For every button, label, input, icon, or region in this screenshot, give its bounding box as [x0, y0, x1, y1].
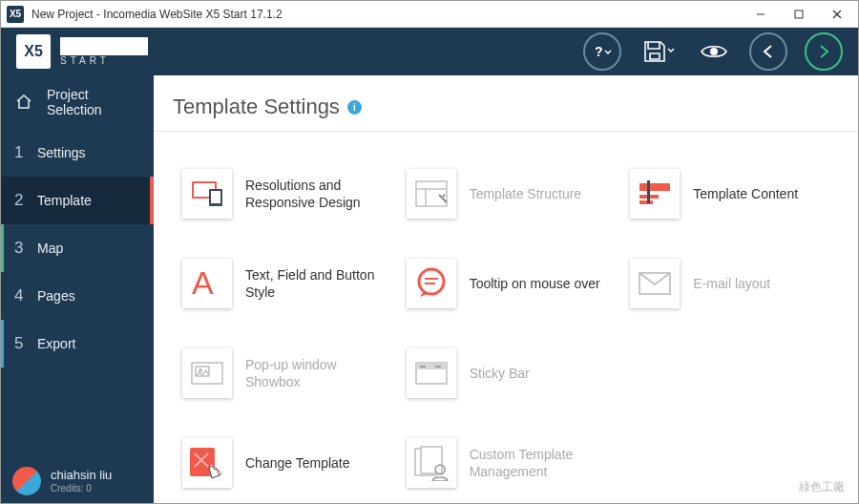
svg-rect-13: [639, 183, 670, 191]
sidebar-item-label: Map: [37, 241, 63, 256]
next-button[interactable]: [805, 32, 843, 71]
app-header: X5 WebSite X5 START ?: [1, 28, 858, 75]
maximize-button[interactable]: [780, 1, 818, 28]
preview-button[interactable]: [696, 38, 732, 65]
change-template-icon: [182, 438, 232, 488]
step-number: 4: [14, 286, 37, 305]
home-icon: [14, 92, 33, 114]
svg-rect-9: [211, 191, 220, 203]
step-number: 1: [14, 143, 37, 162]
card-tooltip[interactable]: Tooltip on mouse over: [407, 250, 616, 317]
card-change[interactable]: Change Template: [182, 430, 391, 496]
brand-name: WebSite X5: [60, 37, 148, 55]
main-panel: Template Settings i Resolutions and Resp…: [154, 75, 858, 503]
structure-icon: [407, 169, 456, 219]
user-name: chiahsin liu: [51, 469, 112, 482]
step-number: 3: [14, 239, 37, 258]
brand-edition: START: [60, 55, 148, 66]
card-label: Pop-up window Showbox: [245, 356, 379, 390]
content-icon: [630, 169, 680, 219]
sidebar-item-project-selection[interactable]: ProjectSelection: [1, 75, 154, 129]
svg-point-18: [419, 269, 444, 294]
svg-rect-10: [416, 181, 447, 206]
card-popup[interactable]: Pop-up window Showbox: [182, 340, 391, 407]
svg-rect-16: [647, 180, 650, 203]
card-label: Text, Field and Button Style: [245, 266, 379, 301]
app-icon: X5: [7, 6, 24, 23]
sidebar-item-label: Template: [37, 193, 92, 208]
save-button[interactable]: [639, 35, 679, 68]
card-content[interactable]: Template Content: [630, 160, 839, 227]
svg-rect-15: [639, 200, 653, 204]
step-number: 2: [14, 191, 37, 210]
custom-template-icon: [407, 438, 456, 488]
svg-text:A: A: [192, 265, 214, 301]
card-textstyle[interactable]: A Text, Field and Button Style: [182, 250, 391, 317]
card-label: Template Content: [693, 185, 798, 202]
sidebar-item-pages[interactable]: 4 Pages: [1, 272, 154, 320]
svg-rect-1: [795, 10, 803, 18]
close-button[interactable]: [818, 1, 856, 28]
help-button[interactable]: ?: [583, 32, 621, 71]
card-label: Sticky Bar: [470, 365, 530, 382]
sidebar-item-settings[interactable]: 1 Settings: [1, 129, 154, 177]
card-sticky[interactable]: Sticky Bar: [407, 340, 616, 407]
card-email[interactable]: E-mail layout: [630, 250, 839, 317]
svg-rect-31: [421, 447, 442, 473]
settings-grid: Resolutions and Responsive Design Templa…: [154, 132, 858, 503]
page-title: Template Settings: [173, 94, 340, 119]
sticky-icon: [407, 348, 456, 398]
back-button[interactable]: [749, 32, 787, 71]
titlebar: X5 New Project - Incomedia WebSite X5 St…: [1, 1, 858, 28]
sidebar-item-label: ProjectSelection: [47, 87, 102, 117]
info-icon[interactable]: i: [347, 100, 362, 115]
card-label: Template Structure: [470, 185, 582, 202]
step-number: 5: [14, 334, 37, 353]
tooltip-icon: [407, 259, 456, 308]
user-credits: Credits: 0: [51, 483, 112, 494]
sidebar-item-export[interactable]: 5 Export: [1, 320, 154, 368]
svg-text:?: ?: [595, 44, 603, 59]
card-resolutions[interactable]: Resolutions and Responsive Design: [182, 160, 391, 227]
card-label: Custom Template Management: [470, 446, 603, 480]
logo-badge: X5: [16, 34, 51, 69]
sidebar: ProjectSelection 1 Settings 2 Template 3…: [1, 75, 154, 503]
user-panel[interactable]: chiahsin liu Credits: 0: [1, 459, 154, 503]
brand: WebSite X5 START: [60, 37, 148, 66]
minimize-button[interactable]: [742, 1, 780, 28]
card-structure[interactable]: Template Structure: [407, 160, 616, 227]
card-label: Change Template: [245, 454, 349, 472]
sidebar-item-map[interactable]: 3 Map: [1, 224, 154, 272]
card-custom[interactable]: Custom Template Management: [407, 430, 616, 496]
page-header: Template Settings i: [154, 75, 858, 132]
card-label: Resolutions and Responsive Design: [245, 177, 379, 211]
card-label: E-mail layout: [693, 275, 770, 292]
window-title: New Project - Incomedia WebSite X5 Start…: [31, 8, 742, 21]
sidebar-item-label: Settings: [37, 145, 86, 160]
svg-point-24: [199, 368, 202, 372]
card-label: Tooltip on mouse over: [470, 275, 600, 292]
popup-icon: [182, 348, 232, 398]
svg-point-5: [710, 48, 718, 55]
email-icon: [630, 259, 680, 308]
sidebar-item-template[interactable]: 2 Template: [1, 177, 154, 224]
devices-icon: [182, 169, 232, 219]
sidebar-item-label: Pages: [37, 288, 75, 304]
text-style-icon: A: [182, 259, 232, 308]
sidebar-item-label: Export: [37, 336, 75, 351]
avatar: [12, 467, 41, 495]
